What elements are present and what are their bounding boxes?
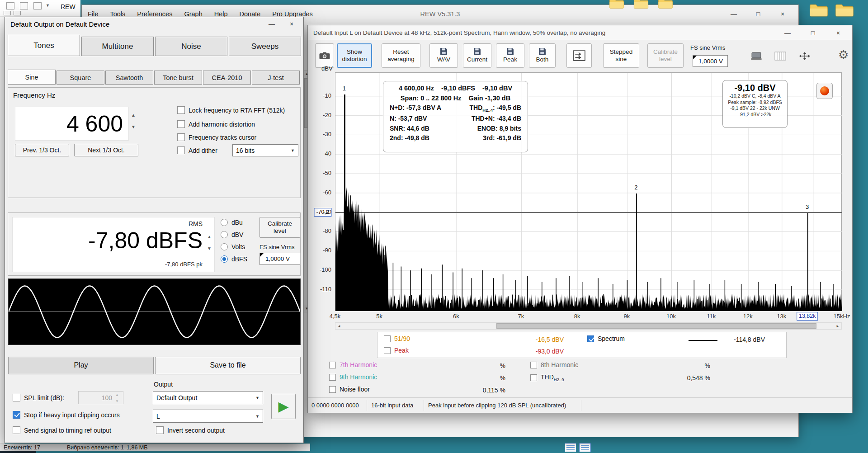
rms-label: RMS (189, 220, 203, 227)
prev-third-octave-button[interactable]: Prev. 1/3 Oct. (15, 144, 69, 156)
toolbar-icon[interactable] (33, 2, 42, 9)
trace-peak-checkbox[interactable]: Peak (384, 347, 409, 354)
maximize-button[interactable]: □ (749, 8, 768, 20)
stepped-sine-button[interactable]: Stepped sine (603, 43, 639, 68)
reset-averaging-button[interactable]: Reset averaging (382, 43, 420, 68)
spin-down-icon[interactable]: ▼ (207, 246, 212, 251)
toolbar-icon[interactable] (4, 11, 11, 15)
harmonic-8-value: % (705, 362, 710, 369)
folder-icon-small[interactable] (632, 0, 650, 9)
tab-tones[interactable]: Tones (8, 35, 80, 56)
level-spinner[interactable]: ▲ ▼ (207, 235, 212, 251)
save-to-file-button[interactable]: Save to file (155, 357, 301, 374)
spin-up-icon[interactable]: ▲ (207, 235, 212, 239)
invert-second-output-checkbox[interactable]: Invert second output (156, 426, 225, 434)
close-button[interactable]: × (773, 8, 792, 20)
unit-dbv-radio[interactable]: dBV (221, 231, 243, 238)
subtab-square[interactable]: Square (57, 71, 104, 85)
taskbar-doc-icon[interactable] (565, 443, 576, 452)
desktop-folder-icon[interactable] (835, 3, 854, 17)
generator-play-button[interactable]: ▶ (271, 394, 296, 419)
harmonic-8-checkbox[interactable]: 8th Harmonic (530, 361, 578, 368)
unit-dbfs-radio[interactable]: dBFS (221, 255, 247, 263)
fs-sine-vrms-input[interactable]: 1,0000 V (693, 55, 728, 67)
close-button[interactable]: × (284, 18, 299, 30)
spin-down-icon[interactable]: ▼ (131, 125, 136, 129)
folder-icon (608, 0, 625, 9)
close-button[interactable]: × (829, 27, 848, 39)
spl-limit-checkbox[interactable]: SPL limit (dB): (13, 394, 64, 401)
unit-dbu-radio[interactable]: dBu (221, 219, 243, 226)
subtab-sine[interactable]: Sine (8, 70, 56, 85)
output-device-dropdown[interactable]: Default Output ▼ (153, 391, 263, 404)
fit-graph-button[interactable] (795, 49, 814, 63)
minimize-button[interactable]: — (724, 8, 743, 20)
output-channel-value: L (156, 413, 160, 420)
toolbar-icon[interactable] (6, 2, 14, 9)
harmonic-9-checkbox[interactable]: 9th Harmonic (329, 373, 377, 381)
scroll-right-icon[interactable]: ► (834, 323, 841, 329)
next-third-octave-button[interactable]: Next 1/3 Oct. (74, 144, 138, 156)
add-harmonic-distortion-checkbox[interactable]: Add harmonic distortion (177, 120, 255, 128)
level-peak-value: -7,80 dBFS pk (165, 261, 203, 268)
thd-checkbox[interactable]: THDH2..9 (530, 373, 564, 382)
toolbar-icon[interactable] (14, 11, 21, 15)
maximize-button[interactable]: □ (803, 27, 822, 39)
folder-icon-small[interactable] (657, 0, 674, 9)
display-mode-button[interactable] (747, 49, 766, 63)
save-current-button[interactable]: Current (463, 43, 491, 68)
input-level-peak-sample: Peak sample: -8,92 dBFS (723, 99, 787, 106)
chevron-down-icon[interactable]: ▼ (46, 3, 50, 8)
dither-bits-dropdown[interactable]: 16 bits ▼ (232, 144, 298, 156)
capture-image-button[interactable] (315, 43, 334, 68)
lock-frequency-checkbox[interactable]: Lock frequency to RTA FFT (512k) (177, 106, 285, 114)
enob-readout: ENOB: 8,9 bits (477, 125, 521, 132)
subtab-tone-burst[interactable]: Tone burst (154, 71, 202, 85)
input-routing-button[interactable] (566, 43, 592, 68)
subtab-cea2010[interactable]: CEA-2010 (203, 71, 251, 85)
spectrum-plot[interactable]: 4 600,00 Hz -9,10 dBFS -9,10 dBV Span: 0… (335, 72, 842, 311)
output-channel-dropdown[interactable]: L ▼ (153, 410, 263, 423)
frequency-tracks-cursor-checkbox[interactable]: Frequency tracks cursor (177, 133, 256, 141)
scroll-left-icon[interactable]: ◄ (335, 323, 343, 329)
desktop-folder-icon[interactable] (809, 3, 829, 17)
save-peak-button[interactable]: Peak (496, 43, 524, 68)
record-button[interactable] (816, 83, 833, 99)
trace-spectrum-checkbox[interactable]: Spectrum (587, 335, 625, 342)
harmonic-7-checkbox[interactable]: 7th Harmonic (329, 361, 377, 368)
calibrate-level-button[interactable]: Calibrate level (259, 217, 300, 238)
subtab-jtest[interactable]: J-test (252, 71, 300, 85)
save-both-button[interactable]: Both (529, 43, 556, 68)
play-button[interactable]: Play (8, 357, 154, 374)
spin-up-icon[interactable]: ▲ (131, 113, 136, 118)
timing-ref-checkbox[interactable]: Send signal to timing ref output (13, 426, 111, 434)
fs-sine-vrms-input[interactable]: 1,0000 V (259, 253, 300, 265)
scrollbar-thumb[interactable] (496, 323, 816, 329)
y-tick-label: -30 (323, 131, 331, 137)
noise-floor-checkbox[interactable]: Noise floor (329, 386, 370, 393)
unit-volts-radio[interactable]: Volts (221, 243, 245, 250)
signal-generator-dialog: Default Output on Default Device — × Ton… (5, 17, 304, 443)
save-wav-button[interactable]: WAV (429, 43, 458, 68)
tab-multitone[interactable]: Multitone (81, 37, 154, 56)
frequency-spinner[interactable]: ▲ ▼ (131, 113, 136, 129)
subtab-sawtooth[interactable]: Sawtooth (105, 71, 153, 85)
add-dither-checkbox[interactable]: Add dither (177, 146, 217, 154)
gear-icon[interactable]: ⚙ (838, 48, 849, 62)
trace-line-sample (689, 340, 717, 341)
tab-noise[interactable]: Noise (155, 37, 227, 56)
minimize-button[interactable]: — (778, 27, 797, 39)
move-arrows-icon (798, 51, 811, 61)
minimize-button[interactable]: — (264, 18, 279, 30)
folder-icon-small[interactable] (608, 0, 625, 9)
stop-on-clipping-checkbox[interactable]: Stop if heavy input clipping occurs (13, 411, 120, 419)
toolbar-icon[interactable] (20, 2, 28, 9)
bars-view-button[interactable] (770, 49, 791, 63)
taskbar-doc-icon[interactable] (579, 443, 591, 452)
y-tick-label: -10 (323, 92, 331, 99)
tab-sweeps[interactable]: Sweeps (229, 37, 301, 56)
horizontal-scrollbar[interactable]: ◄ ► (335, 322, 842, 330)
show-distortion-button[interactable]: Show distortion (337, 43, 372, 68)
invert-second-output-label: Invert second output (167, 427, 225, 434)
trace-5190-checkbox[interactable]: 51/90 (384, 335, 410, 342)
